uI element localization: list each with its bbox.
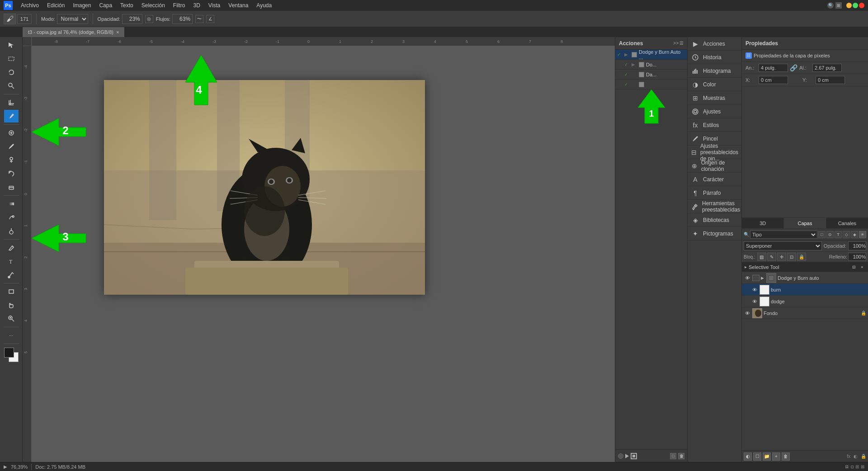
side-caracter[interactable]: A Carácter [688,173,741,186]
y-input[interactable] [816,76,845,84]
menu-capa[interactable]: Capa [95,1,116,9]
status-arrow-left[interactable]: ▶ [4,464,7,469]
pen-tool[interactable] [4,241,19,254]
document-tab[interactable]: t3 - copia.jpg al 76,4% (dodge, RGB/8) × [23,27,125,37]
link-proportions-btn[interactable]: 🔗 [790,64,797,71]
tab-3d[interactable]: 3D [742,218,784,228]
foreground-color-swatch[interactable] [4,348,14,358]
close-btn[interactable] [859,3,864,8]
crop-tool[interactable] [4,96,19,109]
expand-icon-1[interactable]: ▶ [624,52,630,57]
lock-paint-btn[interactable]: ✎ [767,253,776,261]
menu-filtro[interactable]: Filtro [170,1,189,9]
layer-eye-dodge[interactable]: 👁 [751,298,758,305]
path-select-tool[interactable] [4,268,19,281]
side-parrafo[interactable]: ¶ Párrafo [688,186,741,200]
minimize-btn[interactable] [846,3,852,8]
add-mask-btn[interactable]: ☐ [753,452,761,461]
menu-vista[interactable]: Vista [205,1,224,9]
acciones-menu-btn[interactable]: ☰ [679,41,684,46]
arrange-icon[interactable]: ⊞ [835,2,842,9]
layer-group-header-dodge-burn[interactable]: 👁 ▶ Dodge y Burn auto [742,272,868,284]
menu-texto[interactable]: Texto [117,1,137,9]
fill-input[interactable] [848,253,866,261]
layer-dodge[interactable]: 👁 dodge [742,296,868,307]
blend-mode-select[interactable]: Superponer [744,241,822,250]
stop-btn[interactable] [618,453,623,459]
layer-fondo[interactable]: 👁 Fondo 🔒 [742,307,868,319]
color-swatches[interactable] [3,347,19,363]
selective-tool-expand-icon[interactable]: ▸ [745,264,747,269]
layer-type-select[interactable]: Tipo [750,231,817,239]
layer-burn[interactable]: 👁 burn [742,284,868,296]
airbrush-btn[interactable]: ◎ [145,15,153,23]
mode-select[interactable]: Normal [57,14,88,24]
record-btn[interactable] [631,453,637,459]
menu-imagen[interactable]: Imagen [69,1,94,9]
menu-archivo[interactable]: Archivo [17,1,42,9]
side-muestras[interactable]: ⊞ Muestras [688,91,741,105]
menu-seleccion[interactable]: Selección [138,1,169,9]
group-expand-icon[interactable]: ▶ [761,276,764,280]
move-tool[interactable] [4,39,19,52]
layer-filter-pixel-btn[interactable]: □ [818,231,826,238]
tab-canales[interactable]: Canales [826,218,868,228]
layer-filter-text-btn[interactable]: T [835,231,842,238]
x-input[interactable] [759,76,788,84]
side-acciones[interactable]: ▶ Acciones [688,37,741,51]
lock-position-btn[interactable]: ✛ [777,253,786,261]
action-row-2[interactable]: ✓ ▶ Do... [615,60,687,70]
angle-btn[interactable]: ∠ [206,15,214,23]
side-origen[interactable]: ⊕ Origen de clonación [688,159,741,173]
text-tool[interactable]: T [4,255,19,268]
side-herramientas[interactable]: Herramientas preestablecidas [688,200,741,213]
dodge-tool[interactable] [4,225,19,237]
layer-eye-burn[interactable]: 👁 [751,286,758,293]
menu-edicion[interactable]: Edición [43,1,68,9]
width-input[interactable] [759,64,788,72]
marquee-tool[interactable] [4,52,19,65]
tab-capas[interactable]: Capas [784,218,826,228]
menu-ventana[interactable]: Ventana [225,1,252,9]
selective-tool-close-btn[interactable]: × [859,264,865,270]
canvas-viewport[interactable]: 4 2 3 [32,46,615,462]
layer-filter-toggle-btn[interactable]: ⚹ [859,231,866,238]
lock-artboard-btn[interactable]: ⊡ [787,253,796,261]
healing-tool[interactable] [4,127,19,139]
history-brush-tool[interactable] [4,167,19,180]
eyedropper-tool[interactable] [4,110,19,122]
side-bibliotecas[interactable]: ◈ Bibliotecas [688,213,741,227]
brush-tool-btn[interactable]: 🖌 [4,14,16,24]
rectangle-tool[interactable] [4,285,19,298]
height-input[interactable] [812,64,842,72]
tab-close-btn[interactable]: × [116,29,119,35]
more-tools[interactable]: ··· [4,329,19,342]
add-adjustment-btn[interactable]: ◐ [744,452,752,461]
hand-tool[interactable] [4,299,19,311]
brush-tool[interactable] [4,140,19,153]
opacity-value-input[interactable] [848,241,866,250]
quick-select-tool[interactable] [4,80,19,92]
side-ajustes[interactable]: Ajustes [688,105,741,118]
expand-icon-2[interactable]: ▶ [632,62,637,67]
side-estilos[interactable]: fx Estilos [688,118,741,132]
flow-input[interactable] [172,14,193,24]
clone-stamp-tool[interactable] [4,154,19,166]
smoothing-btn[interactable]: 〜 [195,15,203,23]
lock-all-btn[interactable]: 🔒 [797,253,806,261]
layer-eye-fondo[interactable]: 👁 [744,310,751,317]
layer-eye-dodge-burn[interactable]: 👁 [744,274,751,282]
create-layer-btn[interactable]: + [772,452,780,461]
layer-filter-shape-btn[interactable]: ◇ [843,231,850,238]
lasso-tool[interactable] [4,66,19,79]
selective-tool-menu-btn[interactable]: ⊟ [851,264,857,270]
eraser-tool[interactable] [4,181,19,193]
opacity-input[interactable] [122,14,142,24]
side-pictogramas[interactable]: ✦ Pictogramas [688,227,741,240]
search-icon[interactable]: 🔍 [827,2,834,9]
action-row-4[interactable]: ✓ [615,80,687,89]
side-historia[interactable]: Historia [688,51,741,64]
action-row-1[interactable]: ✓ ▶ Dodge y Burn Auto ... [615,50,687,60]
layer-filter-smart-btn[interactable]: ◈ [851,231,858,238]
new-action-btn[interactable]: □ [670,453,676,459]
